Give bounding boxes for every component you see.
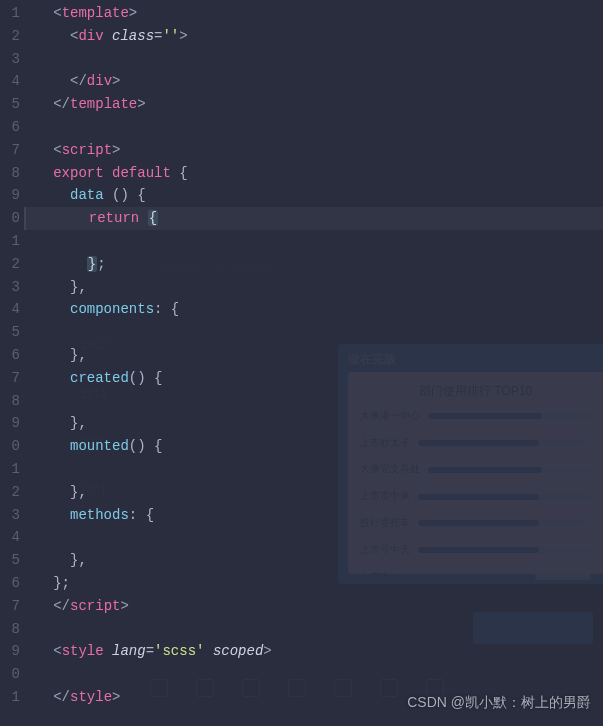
code-line[interactable]: }, xyxy=(28,549,603,572)
line-number: 8 xyxy=(0,390,20,413)
code-line[interactable]: components: { xyxy=(28,298,603,321)
code-line[interactable]: }, xyxy=(28,481,603,504)
code-area[interactable]: <template> <div class=''> </div> </templ… xyxy=(28,0,603,726)
line-number: 1 xyxy=(0,2,20,25)
code-line[interactable]: mounted() { xyxy=(28,435,603,458)
code-line[interactable]: return { xyxy=(24,207,603,230)
code-line[interactable] xyxy=(28,663,603,686)
code-line[interactable] xyxy=(28,458,603,481)
line-number: 4 xyxy=(0,526,20,549)
code-line[interactable]: }, xyxy=(28,412,603,435)
code-line[interactable]: data () { xyxy=(28,184,603,207)
code-line[interactable]: </template> xyxy=(28,93,603,116)
line-number: 6 xyxy=(0,116,20,139)
line-number: 0 xyxy=(0,435,20,458)
code-line[interactable]: }; xyxy=(28,253,603,276)
code-line[interactable]: methods: { xyxy=(28,504,603,527)
line-number-gutter: 1234567890123456789012345678901 xyxy=(0,0,28,726)
line-number: 3 xyxy=(0,276,20,299)
code-line[interactable]: <template> xyxy=(28,2,603,25)
line-number: 2 xyxy=(0,25,20,48)
line-number: 9 xyxy=(0,412,20,435)
line-number: 3 xyxy=(0,504,20,527)
code-line[interactable] xyxy=(28,618,603,641)
line-number: 3 xyxy=(0,48,20,71)
code-line[interactable]: }; xyxy=(28,572,603,595)
code-line[interactable]: export default { xyxy=(28,162,603,185)
code-line[interactable] xyxy=(28,526,603,549)
line-number: 6 xyxy=(0,344,20,367)
line-number: 1 xyxy=(0,458,20,481)
line-number: 4 xyxy=(0,70,20,93)
code-line[interactable]: <script> xyxy=(28,139,603,162)
line-number: 9 xyxy=(0,640,20,663)
code-line[interactable]: }, xyxy=(28,344,603,367)
code-editor[interactable]: 1234567890123456789012345678901 <templat… xyxy=(0,0,603,726)
line-number: 0 xyxy=(0,207,20,230)
code-line[interactable] xyxy=(28,390,603,413)
line-number: 7 xyxy=(0,367,20,390)
code-line[interactable]: </style> xyxy=(28,686,603,709)
line-number: 8 xyxy=(0,162,20,185)
code-line[interactable]: </div> xyxy=(28,70,603,93)
line-number: 9 xyxy=(0,184,20,207)
line-number: 1 xyxy=(0,686,20,709)
code-line[interactable]: }, xyxy=(28,276,603,299)
line-number: 5 xyxy=(0,93,20,116)
line-number: 2 xyxy=(0,481,20,504)
code-line[interactable]: <style lang='scss' scoped> xyxy=(28,640,603,663)
code-line[interactable] xyxy=(28,48,603,71)
line-number: 1 xyxy=(0,230,20,253)
line-number: 4 xyxy=(0,298,20,321)
code-line[interactable] xyxy=(28,321,603,344)
line-number: 0 xyxy=(0,663,20,686)
code-line[interactable] xyxy=(28,116,603,139)
code-line[interactable] xyxy=(28,230,603,253)
code-line[interactable]: </script> xyxy=(28,595,603,618)
line-number: 5 xyxy=(0,549,20,572)
line-number: 7 xyxy=(0,139,20,162)
line-number: 8 xyxy=(0,618,20,641)
line-number: 7 xyxy=(0,595,20,618)
line-number: 2 xyxy=(0,253,20,276)
line-number: 6 xyxy=(0,572,20,595)
line-number: 5 xyxy=(0,321,20,344)
code-line[interactable]: created() { xyxy=(28,367,603,390)
code-line[interactable]: <div class=''> xyxy=(28,25,603,48)
